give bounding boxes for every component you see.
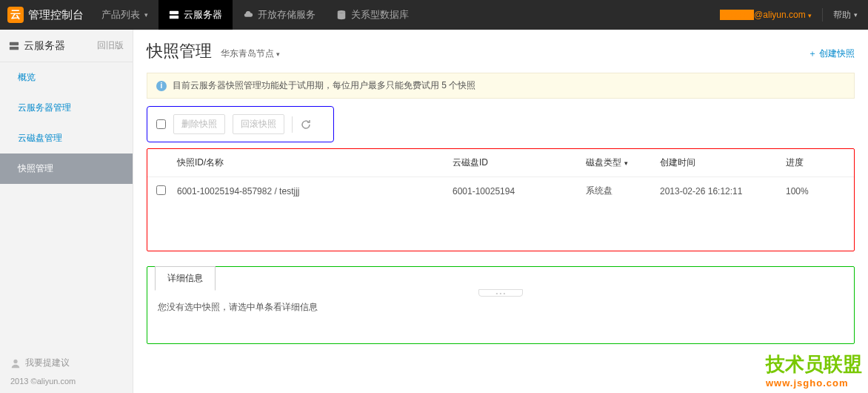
col-disk: 云磁盘ID bbox=[453, 156, 586, 169]
logo-text: 管理控制台 bbox=[28, 8, 84, 22]
table-row[interactable]: 6001-10025194-857982 / testjjj 6001-1002… bbox=[147, 177, 854, 205]
svg-rect-3 bbox=[10, 42, 19, 44]
refresh-button[interactable] bbox=[300, 119, 312, 131]
nav-oss-label: 开放存储服务 bbox=[258, 8, 316, 22]
cell-type: 系统盘 bbox=[586, 185, 660, 197]
sidebar-item-ecs-manage[interactable]: 云服务器管理 bbox=[0, 93, 133, 123]
sidebar: 云服务器 回旧版 概览 云服务器管理 云磁盘管理 快照管理 我要提建议 2013… bbox=[0, 30, 133, 393]
select-all-checkbox[interactable] bbox=[156, 119, 166, 129]
cell-time: 2013-02-26 16:12:11 bbox=[660, 186, 786, 196]
cell-progress: 100% bbox=[786, 186, 845, 196]
chevron-down-icon: ▾ bbox=[808, 12, 812, 19]
logo[interactable]: 云 管理控制台 bbox=[0, 0, 91, 30]
svg-point-5 bbox=[13, 359, 17, 363]
sidebar-header: 云服务器 回旧版 bbox=[0, 30, 133, 62]
svg-rect-1 bbox=[170, 16, 178, 19]
watermark: 技术员联盟 www.jsgho.com bbox=[766, 351, 862, 389]
top-bar: 云 管理控制台 产品列表 ▾ 云服务器 开放存储服务 关系型数据库 xxxx bbox=[0, 0, 868, 30]
main-content: 快照管理 华东青岛节点▾ ＋ 创建快照 i 目前云服务器快照管理功能处于试用期，… bbox=[133, 30, 868, 393]
nav-oss[interactable]: 开放存储服务 bbox=[233, 0, 326, 30]
col-progress: 进度 bbox=[786, 156, 845, 169]
chevron-down-icon: ▾ bbox=[276, 50, 280, 58]
old-version-link[interactable]: 回旧版 bbox=[97, 39, 124, 52]
server-icon bbox=[9, 41, 19, 51]
col-type[interactable]: 磁盘类型▾ bbox=[586, 156, 660, 169]
nav-products[interactable]: 产品列表 ▾ bbox=[91, 0, 158, 30]
bulk-action-bar: 删除快照 回滚快照 bbox=[147, 106, 334, 142]
col-name: 快照ID/名称 bbox=[177, 156, 453, 169]
cell-name: 6001-10025194-857982 / testjjj bbox=[177, 186, 453, 196]
cloud-icon bbox=[243, 10, 253, 20]
nav-products-label: 产品列表 bbox=[101, 8, 140, 22]
page-title: 快照管理 bbox=[147, 40, 212, 62]
nav-ecs[interactable]: 云服务器 bbox=[158, 0, 233, 30]
create-snapshot-button[interactable]: ＋ 创建快照 bbox=[808, 47, 855, 60]
plus-icon: ＋ bbox=[808, 47, 817, 60]
help-link[interactable]: 帮助▾ bbox=[822, 8, 868, 22]
user-email[interactable]: xxxxxxx@aliyun.com ▾ bbox=[710, 10, 822, 20]
chevron-down-icon: ▾ bbox=[854, 11, 858, 19]
delete-snapshot-button[interactable]: 删除快照 bbox=[173, 114, 225, 134]
chevron-down-icon: ▾ bbox=[624, 159, 628, 167]
svg-point-2 bbox=[338, 10, 346, 13]
cell-disk: 6001-10025194 bbox=[453, 186, 586, 196]
copyright: 2013 ©aliyun.com bbox=[0, 377, 133, 393]
svg-rect-4 bbox=[10, 46, 19, 49]
chevron-down-icon: ▾ bbox=[144, 11, 148, 19]
tab-detail[interactable]: 详细信息 bbox=[155, 266, 216, 291]
top-nav: 产品列表 ▾ 云服务器 开放存储服务 关系型数据库 bbox=[91, 0, 419, 30]
logo-icon: 云 bbox=[7, 7, 24, 23]
table-header: 快照ID/名称 云磁盘ID 磁盘类型▾ 创建时间 进度 bbox=[147, 149, 854, 177]
region-selector[interactable]: 华东青岛节点▾ bbox=[221, 47, 280, 60]
detail-empty-text: 您没有选中快照，请选中单条看详细信息 bbox=[147, 286, 854, 343]
rollback-snapshot-button[interactable]: 回滚快照 bbox=[233, 114, 284, 134]
refresh-icon bbox=[300, 119, 312, 131]
sidebar-item-overview[interactable]: 概览 bbox=[0, 62, 133, 93]
person-icon bbox=[10, 358, 21, 369]
suggest-link[interactable]: 我要提建议 bbox=[0, 349, 133, 377]
notice-text: 目前云服务器快照管理功能处于试用期，每位用户最多只能免费试用 5 个快照 bbox=[173, 79, 475, 92]
sidebar-item-snapshot-manage[interactable]: 快照管理 bbox=[0, 153, 133, 184]
nav-ecs-label: 云服务器 bbox=[184, 8, 222, 22]
nav-rds-label: 关系型数据库 bbox=[351, 8, 409, 22]
sidebar-title: 云服务器 bbox=[24, 39, 93, 53]
sidebar-item-disk-manage[interactable]: 云磁盘管理 bbox=[0, 123, 133, 153]
snapshot-table: 快照ID/名称 云磁盘ID 磁盘类型▾ 创建时间 进度 6001-1002519… bbox=[147, 148, 855, 251]
server-icon bbox=[169, 10, 179, 20]
notice-banner: i 目前云服务器快照管理功能处于试用期，每位用户最多只能免费试用 5 个快照 bbox=[147, 73, 855, 99]
svg-rect-0 bbox=[170, 11, 178, 14]
database-icon bbox=[336, 10, 347, 20]
row-checkbox[interactable] bbox=[156, 185, 166, 195]
col-time: 创建时间 bbox=[660, 156, 786, 169]
detail-panel: 详细信息 您没有选中快照，请选中单条看详细信息 bbox=[147, 266, 855, 344]
info-icon: i bbox=[156, 81, 167, 91]
nav-rds[interactable]: 关系型数据库 bbox=[326, 0, 419, 30]
